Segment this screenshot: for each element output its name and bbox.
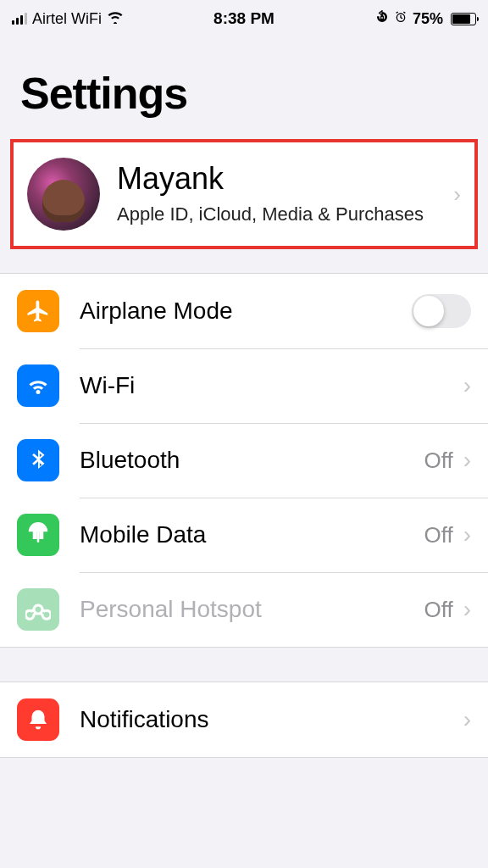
settings-group-notifications: Notifications › [0, 682, 488, 758]
chevron-right-icon: › [453, 181, 461, 208]
wifi-status-icon [107, 10, 124, 28]
chevron-right-icon: › [463, 372, 471, 399]
dnd-icon [357, 10, 370, 28]
chevron-right-icon: › [463, 521, 471, 548]
profile-subtitle: Apple ID, iCloud, Media & Purchases [117, 202, 436, 227]
alarm-icon [394, 10, 408, 28]
mobile-data-value: Off [424, 522, 452, 548]
notifications-row[interactable]: Notifications › [0, 682, 488, 757]
orientation-lock-icon [375, 10, 389, 28]
wifi-icon [17, 364, 59, 407]
profile-text: Mayank Apple ID, iCloud, Media & Purchas… [117, 161, 436, 227]
clock: 8:38 PM [214, 9, 274, 28]
carrier-label: Airtel WiFi [32, 10, 102, 28]
avatar [27, 158, 100, 231]
hotspot-icon [17, 588, 59, 631]
chevron-right-icon: › [463, 596, 471, 623]
wifi-row[interactable]: Wi-Fi › [0, 348, 488, 423]
hotspot-value: Off [424, 597, 452, 623]
chevron-right-icon: › [463, 447, 471, 474]
bluetooth-label: Bluetooth [80, 447, 424, 474]
profile-name: Mayank [117, 161, 436, 197]
battery-icon [448, 13, 476, 25]
wifi-label: Wi-Fi [80, 372, 463, 399]
page-title: Settings [0, 37, 488, 139]
status-bar: Airtel WiFi 8:38 PM 75% [0, 0, 488, 37]
mobile-data-icon [17, 514, 59, 556]
svg-rect-1 [37, 530, 40, 542]
mobile-data-label: Mobile Data [80, 521, 424, 548]
hotspot-label: Personal Hotspot [80, 596, 424, 623]
battery-percent: 75% [413, 10, 443, 28]
settings-group-connectivity: Airplane Mode Wi-Fi › Bluetooth Off › Mo… [0, 273, 488, 648]
personal-hotspot-row[interactable]: Personal Hotspot Off › [0, 572, 488, 647]
airplane-mode-toggle[interactable] [412, 294, 471, 328]
apple-id-row[interactable]: Mayank Apple ID, iCloud, Media & Purchas… [10, 139, 478, 249]
status-bar-right: 75% [357, 10, 476, 28]
notifications-label: Notifications [80, 706, 463, 733]
airplane-icon [17, 290, 59, 332]
bluetooth-row[interactable]: Bluetooth Off › [0, 423, 488, 498]
bluetooth-icon [17, 439, 59, 481]
chevron-right-icon: › [463, 706, 471, 733]
airplane-mode-row[interactable]: Airplane Mode [0, 274, 488, 348]
bluetooth-value: Off [424, 448, 452, 474]
status-bar-left: Airtel WiFi [12, 10, 124, 28]
mobile-data-row[interactable]: Mobile Data Off › [0, 498, 488, 572]
cellular-signal-icon [12, 13, 27, 25]
airplane-mode-label: Airplane Mode [80, 298, 412, 325]
notifications-icon [17, 698, 59, 741]
